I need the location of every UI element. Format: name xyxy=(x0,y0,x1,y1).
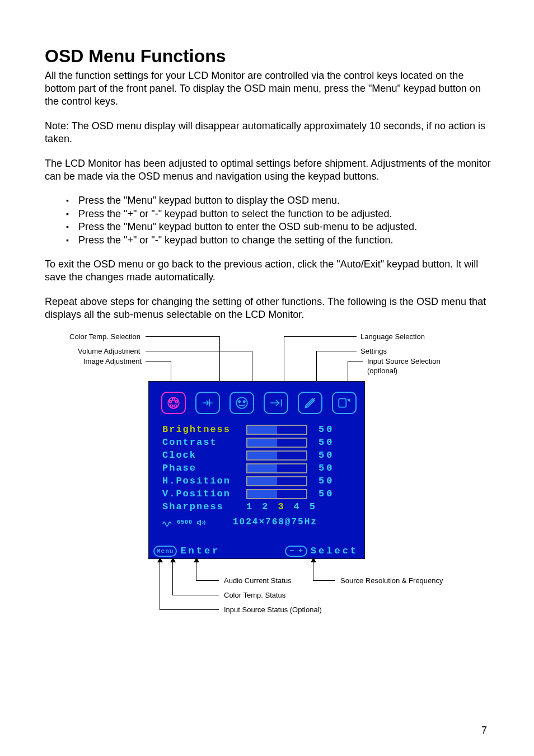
setting-value: 50 xyxy=(318,488,334,500)
setting-label: H.Position xyxy=(162,475,246,487)
resolution-value: 1024×768@75Hz xyxy=(233,516,317,528)
slider-icon xyxy=(246,463,307,473)
select-label: Select xyxy=(311,545,358,557)
osd-settings-list: Brightness 50 Contrast 50 Clock 50 Phase… xyxy=(149,421,364,513)
sharp-1: 1 xyxy=(246,501,253,513)
paragraph-note: Note: The OSD menu display will disappea… xyxy=(45,120,495,146)
sharp-5: 5 xyxy=(310,501,316,513)
osd-tabrow xyxy=(149,382,364,421)
osd-panel: Brightness 50 Contrast 50 Clock 50 Phase… xyxy=(148,381,365,559)
setting-value: 50 xyxy=(318,424,334,436)
osd-diagram: Color Temp. Selection Volume Adjustment … xyxy=(56,332,487,635)
callout-volume: Volume Adjustment xyxy=(78,347,140,356)
list-item: Press the "+" or "-" keypad button to ch… xyxy=(78,234,495,247)
setting-sharpness[interactable]: Sharpness 1 2 3 4 5 xyxy=(162,500,351,513)
svg-point-7 xyxy=(238,401,240,403)
setting-label: Phase xyxy=(162,462,246,475)
paragraph-1: All the function settings for your LCD M… xyxy=(45,69,495,109)
callout-settings: Settings xyxy=(360,347,387,356)
list-item: Press the "Menu" keypad button to displa… xyxy=(78,194,495,207)
slider-icon xyxy=(246,450,307,461)
setting-clock[interactable]: Clock 50 xyxy=(162,449,351,462)
setting-hposition[interactable]: H.Position 50 xyxy=(162,475,351,487)
callout-input-status: Input Source Status (Optional) xyxy=(224,605,322,615)
tab-settings-icon[interactable] xyxy=(298,392,322,414)
callout-input-src: Input Source Selection (optional) xyxy=(367,357,457,376)
svg-point-6 xyxy=(236,398,247,409)
page-number: 7 xyxy=(45,724,495,737)
tab-volume-icon[interactable] xyxy=(229,392,254,414)
paragraph-exit: To exit the OSD menu or go back to the p… xyxy=(45,258,495,284)
input-source-status-icon xyxy=(162,519,174,527)
setting-label: V.Position xyxy=(162,488,246,500)
svg-rect-9 xyxy=(339,399,346,407)
audio-status-icon xyxy=(196,519,207,527)
setting-label: Sharpness xyxy=(162,501,246,513)
callout-image: Image Adjustment xyxy=(83,357,142,367)
setting-value: 50 xyxy=(318,475,334,487)
setting-label: Contrast xyxy=(162,436,246,449)
menu-key-icon[interactable]: Menu xyxy=(153,546,177,557)
setting-value: 50 xyxy=(318,462,334,475)
slider-icon xyxy=(246,476,307,486)
tab-language-icon[interactable] xyxy=(264,392,288,414)
setting-phase[interactable]: Phase 50 xyxy=(162,462,351,475)
tab-image-icon[interactable] xyxy=(161,392,186,414)
svg-point-4 xyxy=(171,405,173,407)
page-title: OSD Menu Functions xyxy=(45,45,495,68)
enter-label: Enter xyxy=(180,545,220,557)
paragraph-3: The LCD Monitor has been adjusted to opt… xyxy=(45,157,495,184)
setting-value: 50 xyxy=(318,436,334,449)
sharpness-options: 1 2 3 4 5 xyxy=(246,501,316,513)
setting-brightness[interactable]: Brightness 50 xyxy=(162,423,351,436)
setting-value: 50 xyxy=(318,449,334,462)
callout-color-temp-status: Color Temp. Status xyxy=(224,591,285,600)
osd-status-row: 6500 1024×768@75Hz xyxy=(149,513,364,528)
plus-minus-key-icon[interactable]: − + xyxy=(285,546,307,557)
paragraph-repeat: Repeat above steps for changing the sett… xyxy=(45,295,495,322)
tab-color-temp-icon[interactable] xyxy=(195,392,220,414)
instruction-list: Press the "Menu" keypad button to displa… xyxy=(45,194,495,247)
list-item: Press the "Menu" keypad button to enter … xyxy=(78,220,495,233)
slider-icon xyxy=(246,425,307,435)
list-item: Press the "+" or "-" keypad button to se… xyxy=(78,208,495,220)
setting-label: Clock xyxy=(162,449,246,462)
slider-icon xyxy=(246,438,307,448)
setting-contrast[interactable]: Contrast 50 xyxy=(162,436,351,449)
svg-point-3 xyxy=(175,401,177,403)
color-temp-status: 6500 xyxy=(177,519,193,526)
svg-point-2 xyxy=(169,401,171,403)
slider-icon xyxy=(246,489,307,499)
callout-res-freq: Source Resolution & Frequency xyxy=(340,576,443,586)
sharp-4: 4 xyxy=(294,501,301,513)
setting-label: Brightness xyxy=(162,424,246,436)
sharp-2: 2 xyxy=(262,501,269,513)
svg-point-5 xyxy=(174,405,176,407)
setting-vposition[interactable]: V.Position 50 xyxy=(162,487,351,500)
svg-point-8 xyxy=(243,401,245,403)
callout-audio-status: Audio Current Status xyxy=(224,576,292,586)
svg-point-1 xyxy=(172,398,175,401)
osd-footer: Menu Enter − + Select xyxy=(149,528,364,557)
callout-language: Language Selection xyxy=(360,332,425,342)
callout-color-temp: Color Temp. Selection xyxy=(69,332,140,342)
sharp-3: 3 xyxy=(278,501,284,513)
tab-input-source-icon[interactable] xyxy=(332,392,357,414)
